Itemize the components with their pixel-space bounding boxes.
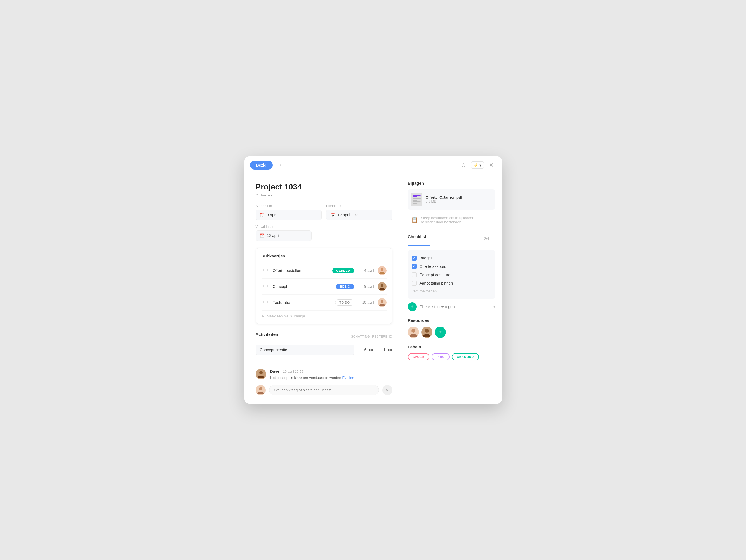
top-bar-left: Bezig → [250,161,283,170]
status-button[interactable]: Bezig [250,161,273,170]
file-line-3 [413,198,421,199]
label-akkoord[interactable]: AKKOORD [452,353,479,361]
file-size: 8.8 MB [426,199,462,203]
comment-date: 10 april 10:59 [283,370,303,373]
person-avatar-2 [378,282,386,291]
list-item: ✓ Offerte akkoord [412,262,491,271]
upload-icon: 📋 [411,217,418,223]
drag-handle-icon[interactable]: ⋮⋮ [261,300,269,305]
checklist-input[interactable] [420,305,491,309]
file-info: Offerte_C.Janzen.pdf 8.8 MB [426,195,462,203]
checkbox-aanbetaling[interactable] [412,281,417,286]
refresh-icon[interactable]: ↻ [355,213,358,217]
subcard-name: Concept [273,284,333,289]
close-button[interactable]: ✕ [487,160,496,170]
schatting-col-label: SCHATTING [351,335,370,338]
check-icon: ✓ [413,264,415,268]
bijlagen-title: Bijlagen [408,181,495,186]
checkbox-concept[interactable] [412,272,417,277]
resources-title: Resources [408,318,495,323]
comment-author-name: Dave [270,369,280,373]
resources-section: Resources [408,318,495,338]
comment-input[interactable] [269,385,379,395]
svg-point-3 [381,284,383,287]
checklist-box: ✓ Budget ✓ Offerte akkoord Concept gestu… [408,250,495,299]
file-preview [411,193,422,206]
avatar [378,282,386,291]
file-line-4 [413,200,418,201]
person-avatar-1 [378,266,386,275]
resterend-value: 1 uur [376,347,393,352]
schatting-value: 6 uur [356,347,373,352]
svg-point-1 [381,268,383,271]
star-icon: ☆ [461,162,466,168]
star-button[interactable]: ☆ [459,160,468,170]
check-icon: ✓ [413,256,415,260]
label-prio[interactable]: PRIO [432,353,450,361]
add-resource-button[interactable]: + [435,327,446,338]
activiteit-select[interactable]: Concept creatie [256,344,354,355]
checklist-add-item[interactable]: Item toevoegen [412,287,491,295]
svg-point-11 [411,329,415,333]
avatar [378,298,386,307]
avatar [378,266,386,275]
startdatum-value: 3 april [267,213,278,217]
new-card-text: Maak een nieuw kaartje [267,314,305,318]
subcard-name: Offerte opstellen [273,269,329,273]
comment-input-row: ➤ [256,385,393,395]
status-badge[interactable]: BEZIG [336,284,354,289]
status-badge[interactable]: GEREED [332,268,354,274]
table-row: ⋮⋮ Offerte opstellen GEREED 4 april [261,263,386,279]
lightning-button[interactable]: ⚡ ▾ [471,162,484,169]
file-item[interactable]: Offerte_C.Janzen.pdf 8.8 MB [408,190,495,209]
resource-person-1 [408,327,419,338]
status-badge[interactable]: TO DO [335,300,354,306]
dave-avatar [256,369,266,380]
drag-handle-icon[interactable]: ⋮⋮ [261,284,269,289]
calendar-icon-start: 📅 [260,213,265,217]
project-author: C. Janzen [256,193,393,197]
comment-text: Het concept is klaar om verstuurd te wor… [270,375,393,381]
checkbox-budget[interactable]: ✓ [412,255,417,260]
einddatum-input[interactable]: 📅 12 april ↻ [326,209,393,220]
top-bar-right: ☆ ⚡ ▾ ✕ [459,160,496,170]
vervaldatum-value: 12 april [267,233,280,238]
svg-point-13 [425,329,429,333]
checklist-label: Budget [420,256,432,260]
labels-section: Labels SPOED PRIO AKKOORD [408,344,495,361]
project-title: Project 1034 [256,183,393,191]
main-content: Project 1034 C. Janzen Startdatum 📅 3 ap… [245,174,502,404]
comment-mention-link[interactable]: Evelien [342,375,354,380]
calendar-icon-end: 📅 [331,213,335,217]
checklist-dropdown-icon[interactable]: ▾ [493,305,495,309]
file-line-1 [413,195,421,196]
upload-area[interactable]: 📋 Sleep bestanden om te uploadenof blade… [408,213,495,227]
startdatum-input[interactable]: 📅 3 april [256,209,322,220]
resources-row: + [408,327,495,338]
send-icon: ➤ [386,388,389,392]
subcard-date: 8 april [357,284,374,288]
new-card-link[interactable]: ↳ Maak een nieuw kaartje [261,314,386,318]
add-checklist-button[interactable]: + [408,302,417,311]
subkaartjes-section: Subkaartjes ⋮⋮ Offerte opstellen GEREED … [256,248,393,324]
checklist-nav-icon[interactable]: → [491,236,495,241]
vervaldatum-label: Vervaldatum [256,225,312,229]
next-arrow-button[interactable]: → [276,161,283,169]
einddatum-value: 12 april [337,213,350,217]
checklist-title: Checklist [408,234,427,239]
drag-handle-icon[interactable]: ⋮⋮ [261,269,269,273]
table-row: ⋮⋮ Facturatie TO DO 10 april [261,295,386,311]
checklist-add-row: + ▾ [408,302,495,311]
subkaartjes-title: Subkaartjes [261,254,386,258]
vervaldatum-input[interactable]: 📅 12 april [256,230,312,241]
checklist-underline [408,245,430,246]
subcard-date: 10 april [357,300,374,305]
checkbox-offerte[interactable]: ✓ [412,264,417,269]
table-row: ⋮⋮ Concept BEZIG 8 april [261,279,386,295]
label-spoed[interactable]: SPOED [408,353,429,361]
subcard-name: Facturatie [273,300,332,305]
resource-person-2 [421,327,432,338]
comment-row: Dave 10 april 10:59 Het concept is klaar… [256,369,393,381]
send-button[interactable]: ➤ [382,385,393,395]
file-line-2 [413,196,418,197]
